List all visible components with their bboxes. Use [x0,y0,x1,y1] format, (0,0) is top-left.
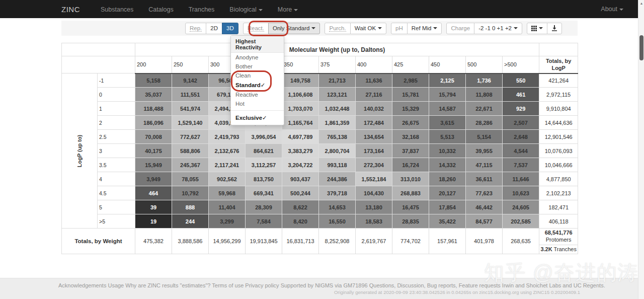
tranche-cell[interactable]: 134,654 [356,130,392,144]
tranche-cell[interactable]: 813,750 [246,172,282,186]
tranche-cell[interactable]: 77,623 [466,186,503,200]
tranche-cell[interactable]: 172,484 [356,116,392,130]
tranche-cell[interactable]: 28,309 [246,200,282,214]
tranche-cell[interactable]: 1,529,140 [172,116,209,130]
tranche-cell[interactable]: 379,718 [319,186,356,200]
tranche-cell[interactable]: 541,974 [172,102,209,116]
tranche-cell[interactable]: 1,032,448 [319,102,356,116]
tranche-cell[interactable]: 864,621 [246,144,282,158]
ph-dropdown-button[interactable]: Ref Mid [407,23,442,34]
logp-row-header-3[interactable]: 3 [98,144,135,158]
tranche-cell[interactable]: 19 [135,214,172,229]
charge-dropdown-button[interactable]: -2 -1 0 +1 +2 [474,23,522,34]
tranche-cell[interactable]: 15,781 [392,88,429,102]
mw-column-header-500[interactable]: 500 [466,56,503,73]
tranche-cell[interactable]: 1,552,184 [356,172,392,186]
tranche-cell[interactable]: 772,627 [172,130,209,144]
dropdown-item-bother[interactable]: Bother [231,62,284,71]
logp-row-header-4[interactable]: 4 [98,172,135,186]
tranche-cell[interactable]: 16,724 [392,158,429,172]
tranche-cell[interactable]: 268,883 [392,186,429,200]
tranche-cell[interactable]: 5,154 [466,130,503,144]
tranche-cell[interactable]: 14,653 [319,200,356,214]
footer-links[interactable]: Acknowledgements Usage Why are ZINC resu… [58,282,605,288]
tranche-cell[interactable]: 149,758 [282,73,319,88]
tranche-cell[interactable]: 70,008 [135,130,172,144]
tranche-cell[interactable]: 39 [135,200,172,214]
tranche-cell[interactable]: 2,507 [503,116,539,130]
dropdown-item-standard[interactable]: Standard✓ [231,80,284,90]
tranche-cell[interactable]: 140,032 [356,102,392,116]
tranche-cell[interactable]: 2,117,241 [209,158,246,172]
dropdown-item-clean[interactable]: Clean [231,71,284,80]
tranche-cell[interactable]: 15,949 [135,158,172,172]
tranche-cell[interactable]: 1,861,359 [319,116,356,130]
vertical-scrollbar[interactable]: ▲ [638,0,644,299]
tranche-cell[interactable]: 186,096 [135,116,172,130]
tranche-cell[interactable]: 2,132,676 [209,144,246,158]
tranche-cell[interactable]: 7,584 [246,214,282,229]
tranche-cell[interactable]: 500,244 [282,186,319,200]
tranche-cell[interactable]: 993,118 [319,158,356,172]
tranche-cell[interactable]: 24,605 [503,200,539,214]
logp-row-header-5[interactable]: 5 [98,200,135,214]
tranche-cell[interactable]: 13,180 [356,200,392,214]
tranche-cell[interactable]: 15,329 [392,102,429,116]
tranche-cell[interactable]: 11,636 [356,73,392,88]
tranche-cell[interactable]: 16,550 [319,214,356,229]
tranche-cell[interactable]: 3,949 [135,172,172,186]
tranche-cell[interactable]: 20,127 [429,186,466,200]
view-2d-button[interactable]: 2D [206,23,222,34]
tranche-cell[interactable]: 903,437 [282,172,319,186]
mw-column-header-200[interactable]: 200 [135,56,172,73]
tranche-cell[interactable]: 3,299 [209,214,246,229]
tranche-cell[interactable]: 1,736 [466,73,503,88]
tranche-cell[interactable]: 9,142 [172,73,209,88]
download-button[interactable] [547,23,562,34]
tranche-cell[interactable]: 14,587 [429,102,466,116]
mw-column-header-400[interactable]: 400 [356,56,392,73]
nav-item-about[interactable]: About [593,6,631,13]
tranche-cell[interactable]: 8,622 [282,200,319,214]
nav-item-biological[interactable]: Biological [222,6,270,13]
tranche-cell[interactable]: 550 [503,73,539,88]
logp-row-header-1[interactable]: 1 [98,102,135,116]
logp-row-header-3.5[interactable]: 3.5 [98,158,135,172]
tranche-cell[interactable]: 3,112,257 [246,158,282,172]
tranche-cell[interactable]: 10,332 [429,144,466,158]
tranche-cell[interactable]: 1,703,070 [282,102,319,116]
tranche-cell[interactable]: 15,794 [429,88,466,102]
tranche-cell[interactable]: 313,010 [392,172,429,186]
mw-column-header-425[interactable]: 425 [392,56,429,73]
tranche-cell[interactable]: 37,837 [392,144,429,158]
tranche-cell[interactable]: 7,537 [503,158,539,172]
tranche-cell[interactable]: 461 [503,88,539,102]
tranche-cell[interactable]: 2,648 [503,130,539,144]
tranche-cell[interactable]: 5,158 [135,73,172,88]
logp-row-header-2.5[interactable]: 2.5 [98,130,135,144]
tranche-cell[interactable]: 28,835 [392,214,429,229]
tranche-cell[interactable]: 35,422 [429,214,466,229]
tranche-cell[interactable]: 22,671 [466,102,503,116]
tranche-cell[interactable]: 8,420 [282,214,319,229]
tranche-cell[interactable]: 3,383,279 [282,144,319,158]
tranche-cell[interactable]: 902,562 [209,172,246,186]
grid-menu-button[interactable] [527,23,547,34]
mw-column-header-350[interactable]: 350 [282,56,319,73]
tranche-cell[interactable]: 46,442 [466,200,503,214]
logp-row-header--1[interactable]: -1 [98,73,135,88]
tranche-cell[interactable]: 123,121 [319,88,356,102]
tranche-cell[interactable]: 1,106,608 [282,88,319,102]
tranche-cell[interactable]: 14,332 [429,158,466,172]
tranche-cell[interactable]: 47,115 [466,158,503,172]
mw-column-header-450[interactable]: 450 [429,56,466,73]
nav-item-more[interactable]: More [270,6,305,13]
tranche-cell[interactable]: 28,286 [466,116,503,130]
mw-column-header-250[interactable]: 250 [172,56,209,73]
zinc-logo[interactable]: ZINC [61,5,80,14]
mw-column-header->500[interactable]: >500 [503,56,539,73]
tranche-cell[interactable]: 111,551 [172,88,209,102]
dropdown-item-anodyne[interactable]: Anodyne [231,53,284,62]
logp-row-header-0[interactable]: 0 [98,88,135,102]
tranche-cell[interactable]: 588,806 [172,144,209,158]
